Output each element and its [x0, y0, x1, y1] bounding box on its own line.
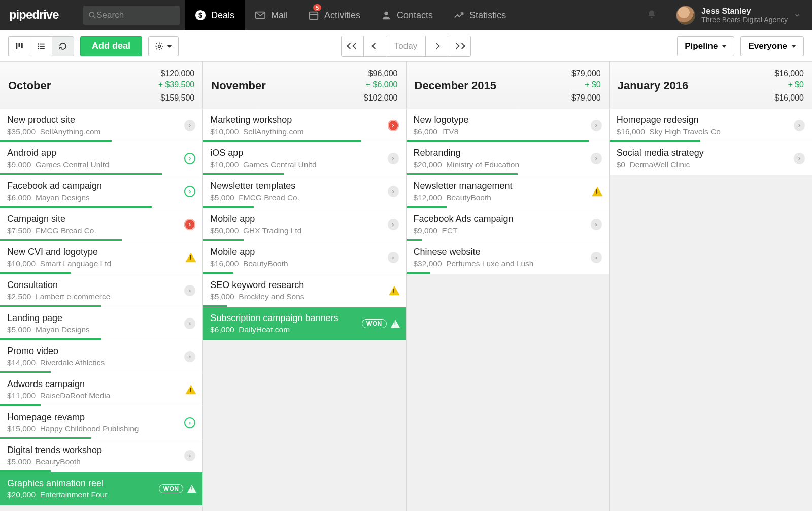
deal-progress [203, 272, 233, 274]
pipeline-filter[interactable]: Pipeline [677, 36, 734, 56]
deal-progress [0, 173, 162, 175]
view-forecast-button[interactable] [52, 36, 74, 56]
deal-card[interactable]: Android app $9,000 Games Central Unltd › [0, 142, 202, 175]
deal-title: Promo video [7, 346, 176, 357]
warning-icon [185, 385, 196, 394]
deal-card[interactable]: Promo video $14,000 Riverdale Athletics … [0, 340, 202, 373]
deal-card[interactable]: Consultation $2,500 Lambert e-commerce › [0, 274, 202, 307]
deal-title: Mobile app [210, 247, 379, 258]
user-name: Jess Stanley [701, 7, 788, 16]
status-icon: › [184, 318, 195, 329]
deal-title: iOS app [210, 148, 379, 158]
deal-subtitle: $20,000 Ministry of Education [414, 160, 583, 169]
status-icon: › [184, 417, 195, 428]
add-deal-button[interactable]: Add deal [80, 36, 142, 56]
status-icon: › [388, 219, 399, 230]
deal-org: Mayan Designs [36, 193, 90, 202]
deal-card[interactable]: New CVI and logotype $10,000 Smart Langu… [0, 241, 202, 274]
deal-card[interactable]: Landing page $5,000 Mayan Designs › [0, 307, 202, 340]
deal-card[interactable]: Mobile app $50,000 GHX Trading Ltd › [203, 208, 405, 241]
deal-card[interactable]: Homepage revamp $15,000 Happy Childhood … [0, 406, 202, 439]
nav-activities[interactable]: 5 Activities [298, 0, 370, 30]
deal-card[interactable]: Homepage redesign $16,000 Sky High Trave… [610, 109, 812, 142]
deal-subtitle: $10,000 SellAnything.com [210, 127, 379, 136]
user-menu[interactable]: Jess Stanley Three Bears Digital Agency [665, 6, 812, 25]
deal-card[interactable]: Social media strategy $0 DermaWell Clini… [610, 142, 812, 175]
nav-contacts[interactable]: Contacts [370, 0, 443, 30]
deal-subtitle: $10,000 Smart Language Ltd [7, 259, 176, 268]
status-icon: › [184, 450, 195, 461]
deal-card[interactable]: Newsletter management $12,000 BeautyBoot… [407, 175, 609, 208]
nav-deals[interactable]: $ Deals [185, 0, 245, 30]
deal-card[interactable]: Newsletter templates $5,000 FMCG Bread C… [203, 175, 405, 208]
deal-card[interactable]: Campaign site $7,500 FMCG Bread Co. › [0, 208, 202, 241]
deal-progress [610, 140, 701, 142]
deal-card[interactable]: Subscription campaign banners $6,000 Dai… [203, 307, 405, 340]
deal-card[interactable]: New product site $35,000 SellAnything.co… [0, 109, 202, 142]
deal-card[interactable]: Marketing workshop $10,000 SellAnything.… [203, 109, 405, 142]
activities-badge: 5 [313, 4, 321, 11]
deal-amount: $5,000 [210, 193, 234, 202]
nav-statistics[interactable]: Statistics [443, 0, 516, 30]
deal-org: Ministry of Education [446, 160, 519, 169]
deal-title: Landing page [7, 313, 176, 324]
deal-card[interactable]: Rebranding $20,000 Ministry of Education… [407, 142, 609, 175]
deal-card[interactable]: New logotype $6,000 ITV8 › [407, 109, 609, 142]
owner-filter[interactable]: Everyone [740, 36, 804, 56]
status-icon: › [184, 153, 195, 164]
deal-org: BeautyBooth [446, 193, 491, 202]
nav-next-button[interactable] [426, 36, 448, 56]
deal-title: Facebook Ads campaign [414, 214, 583, 225]
nav-contacts-label: Contacts [397, 10, 433, 21]
deal-card[interactable]: Graphics animation reel $20,000 Entertai… [0, 472, 202, 505]
deal-progress [203, 173, 284, 175]
deal-card[interactable]: Facebook Ads campaign $9,000 ECT › [407, 208, 609, 241]
search-box[interactable] [83, 6, 180, 25]
deal-amount: $10,000 [7, 259, 36, 268]
deal-subtitle: $5,000 Mayan Designs [7, 325, 176, 334]
nav-first-button[interactable] [342, 36, 364, 56]
deal-subtitle: $12,000 BeautyBooth [414, 193, 583, 202]
nav-prev-button[interactable] [364, 36, 386, 56]
warning-icon [391, 320, 400, 328]
svg-point-19 [158, 45, 161, 47]
settings-button[interactable] [148, 36, 179, 56]
nav-last-button[interactable] [448, 36, 470, 56]
svg-point-15 [38, 45, 39, 47]
deal-card[interactable]: Chinese website $32,000 Perfumes Luxe an… [407, 241, 609, 274]
deal-card[interactable]: Adwords campaign $11,000 RaiseDaRoof Med… [0, 373, 202, 406]
deal-amount: $16,000 [617, 127, 645, 136]
deal-amount: $6,000 [7, 193, 31, 202]
deal-progress [203, 239, 244, 241]
deal-card[interactable]: SEO keyword research $5,000 Brockley and… [203, 274, 405, 307]
caret-down-icon [722, 45, 727, 48]
deal-org: Riverdale Athletics [40, 358, 105, 367]
deal-amount: $14,000 [7, 358, 36, 367]
deal-subtitle: $5,000 BeautyBooth [7, 457, 176, 466]
deal-amount: $20,000 [414, 160, 442, 169]
brand-logo[interactable]: pipedrive [0, 9, 83, 22]
notifications-bell[interactable] [638, 9, 665, 21]
sum-delta: + $0 [571, 79, 601, 92]
deal-subtitle: $16,000 Sky High Travels Co [617, 127, 786, 136]
deal-title: New CVI and logotype [7, 247, 176, 258]
view-pipeline-button[interactable] [8, 36, 30, 56]
column-title: December 2015 [415, 79, 496, 92]
deal-card[interactable]: Digital trends workshop $5,000 BeautyBoo… [0, 439, 202, 472]
status-icon: › [184, 120, 195, 131]
svg-rect-6 [310, 12, 318, 20]
deal-card[interactable]: Facebook ad campaign $6,000 Mayan Design… [0, 175, 202, 208]
deal-title: Adwords campaign [7, 379, 176, 390]
deal-org: ECT [442, 226, 458, 235]
svg-rect-14 [40, 43, 45, 44]
deal-org: Games Central Unltd [36, 160, 109, 169]
search-input[interactable] [96, 10, 175, 20]
deal-card[interactable]: Mobile app $16,000 BeautyBooth › [203, 241, 405, 274]
nav-mail[interactable]: Mail [245, 0, 298, 30]
deal-amount: $32,000 [414, 259, 442, 268]
chevron-down-icon [794, 12, 801, 19]
view-list-button[interactable] [30, 36, 52, 56]
deal-card[interactable]: iOS app $10,000 Games Central Unltd › [203, 142, 405, 175]
user-org: Three Bears Digital Agency [701, 16, 788, 24]
deal-subtitle: $35,000 SellAnything.com [7, 127, 176, 136]
